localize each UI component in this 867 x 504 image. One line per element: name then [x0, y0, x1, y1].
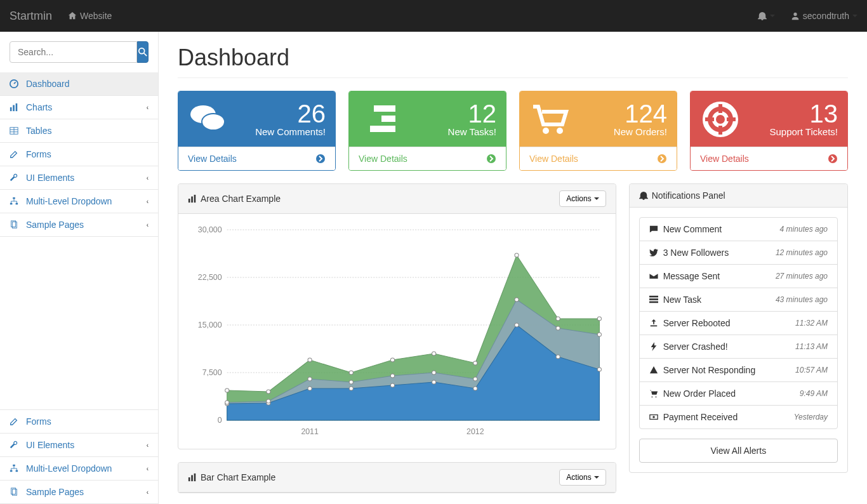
- comments-icon: [188, 102, 228, 137]
- svg-point-76: [308, 377, 312, 381]
- svg-line-3: [14, 82, 16, 84]
- tasks-icon: [649, 295, 658, 304]
- user-label: secondtruth: [803, 11, 849, 21]
- caret-down-icon: [852, 15, 857, 17]
- sidebar-item-dashboard[interactable]: Dashboard: [0, 72, 158, 95]
- notification-text: Server Crashed!: [663, 342, 728, 352]
- svg-rect-4: [10, 107, 12, 111]
- svg-point-72: [556, 355, 560, 359]
- svg-point-67: [349, 387, 353, 390]
- brand-link[interactable]: Startmin: [10, 10, 52, 23]
- area-chart-panel: Area Chart Example Actions 07,50015,0002…: [178, 183, 616, 449]
- svg-rect-22: [16, 470, 18, 472]
- svg-point-87: [349, 371, 353, 375]
- svg-point-85: [267, 390, 270, 394]
- search-icon: [138, 48, 147, 56]
- svg-point-86: [308, 358, 312, 362]
- actions-label: Actions: [566, 473, 591, 482]
- svg-point-40: [557, 128, 563, 134]
- stat-panel-orders: 124New Orders! View Details: [519, 91, 677, 171]
- view-all-alerts-button[interactable]: View All Alerts: [639, 439, 838, 463]
- stat-footer-link[interactable]: View Details: [520, 147, 677, 170]
- svg-point-78: [390, 374, 394, 378]
- sidebar-bottom-forms[interactable]: Forms: [0, 410, 158, 433]
- stat-number: 124: [614, 101, 667, 126]
- sidebar-bottom-sample-pages[interactable]: Sample Pages‹: [0, 481, 158, 503]
- svg-text:7,500: 7,500: [202, 368, 222, 377]
- chevron-left-icon: ‹: [147, 442, 149, 449]
- svg-rect-94: [189, 477, 190, 481]
- view-details-label: View Details: [188, 154, 237, 164]
- notification-item[interactable]: New Task43 minutes ago: [640, 288, 837, 312]
- sidebar-bottom-multilevel[interactable]: Multi-Level Dropdown‹: [0, 457, 158, 480]
- sidebar-item-multilevel[interactable]: Multi-Level Dropdown‹: [0, 190, 158, 213]
- sidebar-item-label: Sample Pages: [26, 220, 84, 230]
- notification-item[interactable]: 3 New Followers12 minutes ago: [640, 241, 837, 265]
- notification-item[interactable]: Message Sent27 minutes ago: [640, 265, 837, 288]
- notification-time: 10:57 AM: [795, 366, 828, 375]
- envelope-icon: [649, 272, 658, 281]
- stat-footer-link[interactable]: View Details: [349, 147, 506, 170]
- files-icon: [10, 220, 22, 229]
- cart-icon: [649, 389, 658, 398]
- search-input[interactable]: [10, 41, 137, 63]
- notification-text: 3 New Followers: [663, 248, 729, 258]
- svg-point-80: [473, 377, 477, 381]
- notification-time: 12 minutes ago: [776, 248, 828, 257]
- svg-point-89: [432, 352, 436, 355]
- chevron-left-icon: ‹: [147, 489, 149, 496]
- svg-rect-12: [10, 203, 13, 205]
- notification-text: Payment Received: [663, 412, 738, 422]
- svg-point-70: [473, 387, 477, 390]
- svg-point-75: [267, 399, 270, 403]
- chevron-left-icon: ‹: [147, 104, 149, 111]
- notification-text: New Order Placed: [663, 388, 736, 399]
- svg-point-91: [515, 253, 519, 257]
- stat-footer-link[interactable]: View Details: [178, 147, 335, 170]
- actions-label: Actions: [566, 194, 591, 203]
- svg-rect-20: [13, 465, 15, 467]
- stat-number: 26: [255, 101, 326, 126]
- svg-point-66: [308, 387, 312, 390]
- sidebar-item-sample-pages[interactable]: Sample Pages‹: [0, 213, 158, 236]
- stat-label: New Comments!: [255, 126, 326, 137]
- svg-text:15,000: 15,000: [198, 321, 222, 329]
- website-link[interactable]: Website: [68, 11, 112, 21]
- notification-item[interactable]: Server Crashed!11:13 AM: [640, 335, 837, 359]
- notification-item[interactable]: Payment ReceivedYesterday: [640, 406, 837, 428]
- stat-number: 13: [769, 101, 838, 126]
- notification-item[interactable]: Server Not Responding10:57 AM: [640, 359, 837, 382]
- life-ring-icon: [700, 102, 741, 137]
- sitemap-icon: [10, 464, 22, 473]
- svg-rect-97: [649, 296, 658, 298]
- arrow-circle-right-icon: [486, 154, 496, 164]
- sidebar-item-forms[interactable]: Forms: [0, 143, 158, 166]
- alerts-dropdown[interactable]: [758, 11, 775, 20]
- svg-text:2012: 2012: [467, 427, 484, 436]
- notification-item[interactable]: Server Rebooted11:32 AM: [640, 312, 837, 335]
- svg-point-74: [225, 401, 229, 404]
- svg-point-43: [714, 113, 727, 126]
- sidebar-item-ui-elements[interactable]: UI Elements‹: [0, 166, 158, 189]
- svg-line-1: [144, 53, 147, 56]
- stat-footer-link[interactable]: View Details: [691, 147, 847, 170]
- actions-dropdown[interactable]: Actions: [559, 190, 606, 207]
- svg-point-71: [515, 323, 519, 327]
- sidebar-item-label: UI Elements: [26, 173, 74, 183]
- bolt-icon: [649, 342, 658, 351]
- svg-rect-51: [194, 195, 196, 202]
- actions-dropdown[interactable]: Actions: [559, 469, 606, 486]
- sidebar-item-label: UI Elements: [26, 440, 74, 450]
- sidebar-item-tables[interactable]: Tables: [0, 119, 158, 142]
- table-icon: [10, 126, 22, 135]
- svg-rect-49: [189, 199, 190, 202]
- user-dropdown[interactable]: secondtruth: [791, 11, 857, 21]
- sidebar-bottom-ui-elements[interactable]: UI Elements‹: [0, 434, 158, 456]
- notification-item[interactable]: New Comment4 minutes ago: [640, 218, 837, 241]
- search-button[interactable]: [137, 41, 149, 63]
- sidebar-item-label: Charts: [26, 102, 52, 112]
- caret-down-icon: [770, 15, 775, 17]
- notification-item[interactable]: New Order Placed9:49 AM: [640, 382, 837, 406]
- svg-point-83: [597, 333, 601, 336]
- sidebar-item-charts[interactable]: Charts‹: [0, 96, 158, 119]
